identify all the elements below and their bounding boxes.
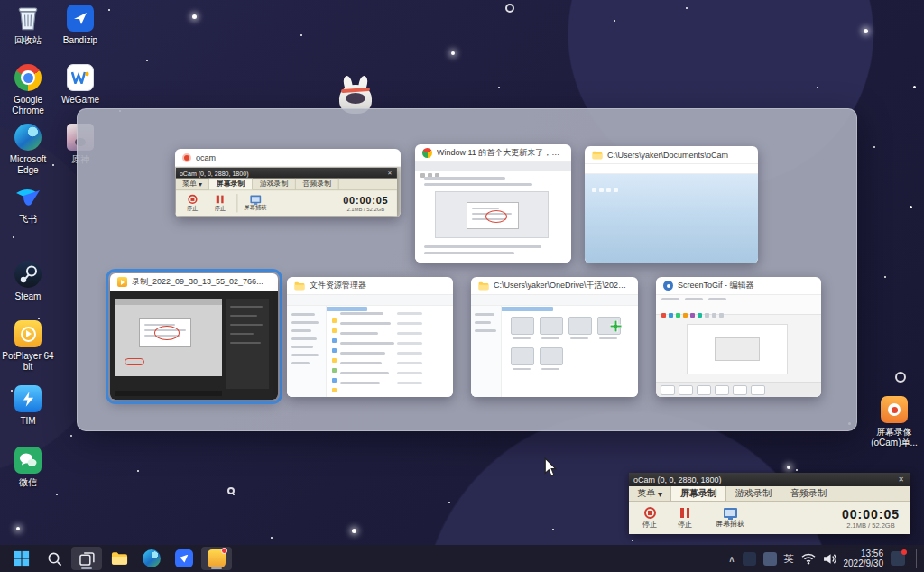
thumbnail-title: 文件资源管理器 — [310, 280, 366, 291]
edge-icon — [14, 123, 42, 152]
close-button[interactable]: ✕ — [896, 475, 906, 484]
ocam-app-icon — [182, 153, 191, 162]
search-button[interactable] — [39, 547, 69, 570]
record-size: 2.1MB / 52.2GB — [343, 206, 388, 212]
thumbnail-preview — [287, 295, 453, 397]
taskview-thumbnail-recording[interactable]: 录制_2022_09_30_13_55_02_766... — [110, 273, 278, 400]
wifi-icon[interactable] — [801, 553, 816, 565]
wechat-icon — [14, 446, 42, 475]
tray-app-icon[interactable] — [743, 552, 756, 566]
tray-time: 13:56 — [844, 549, 884, 558]
pause-icon — [679, 507, 691, 519]
desktop-icon-label: 屏幕录像 (oCam)单... — [868, 427, 920, 448]
tray-chevron-icon[interactable]: ∧ — [728, 554, 735, 564]
ime-indicator[interactable]: 英 — [784, 552, 794, 566]
desktop-icon-label: WeGame — [61, 95, 99, 106]
thumbnail-header: Window 11 的首个大更新来了，可... — [415, 144, 571, 162]
record-timer: 00:00:05 — [842, 507, 900, 521]
steam-icon — [14, 260, 42, 289]
thumbnail-preview — [471, 295, 638, 397]
monitor-icon — [724, 508, 737, 518]
desktop-icon-tim[interactable]: TIM — [2, 384, 54, 427]
thumbnail-preview — [656, 295, 821, 397]
desktop-icon-label: Google Chrome — [2, 95, 54, 116]
system-tray: ∧ 英 13:56 2022/9/30 — [728, 549, 924, 568]
volume-icon[interactable] — [823, 553, 836, 565]
edge-button[interactable] — [136, 547, 167, 570]
stop-button: 停止 — [181, 194, 203, 212]
ocam-taskbar-button[interactable] — [201, 547, 232, 570]
desktop-icon-label: Bandizip — [63, 35, 97, 46]
recycle-bin-icon — [14, 4, 42, 32]
thumbnail-header: 文件资源管理器 — [287, 277, 453, 295]
feishu-button[interactable] — [169, 547, 199, 570]
desktop-icon-chrome[interactable]: Google Chrome — [2, 63, 54, 116]
desktop-icon-potplayer[interactable]: PotPlayer 64 bit — [2, 319, 54, 373]
taskbar: ∧ 英 13:56 2022/9/30 — [0, 545, 924, 572]
tray-date: 2022/9/30 — [844, 558, 884, 568]
desktop-icon-recycle-bin[interactable]: 回收站 — [2, 4, 54, 46]
recording-indicator — [221, 548, 227, 554]
taskview-thumbnail-file-explorer[interactable]: 文件资源管理器 — [287, 277, 453, 397]
task-view-panel: ocam oCam (0, 0, 2880, 1800)✕ 菜单▾ 屏幕录制 游… — [77, 108, 857, 431]
thumbnail-title: C:\Users\yaker\OneDrive\干活\2022-0... — [494, 280, 631, 291]
thumbnail-title: ocam — [196, 153, 216, 162]
record-timer: 00:00:05 — [343, 194, 388, 206]
taskview-thumbnail-ocam[interactable]: ocam oCam (0, 0, 2880, 1800)✕ 菜单▾ 屏幕录制 游… — [175, 149, 401, 217]
taskview-thumbnail-onedrive-folder[interactable]: C:\Users\yaker\OneDrive\干活\2022-0... — [471, 277, 638, 397]
thumbnail-header: 录制_2022_09_30_13_55_02_766... — [110, 273, 278, 291]
tab-audio-record: 音频录制 — [296, 179, 339, 190]
ocam-menu-button[interactable]: 菜单▾ — [629, 486, 671, 501]
desktop-icon-edge[interactable]: Microsoft Edge — [2, 123, 54, 176]
desktop-icon-bandizip[interactable]: Bandizip — [54, 4, 106, 46]
chrome-icon — [14, 63, 42, 92]
desktop-icon-wechat[interactable]: 微信 — [2, 446, 54, 488]
desktop-icon-steam[interactable]: Steam — [2, 260, 54, 302]
thumbnail-header: C:\Users\yaker\Documents\oCam — [585, 146, 758, 164]
notification-icon[interactable] — [891, 551, 905, 566]
feishu-icon — [175, 549, 193, 567]
tim-icon — [14, 384, 42, 413]
desktop-icon-wegame[interactable]: WeGame — [54, 63, 106, 106]
desktop-icon-label: Steam — [15, 291, 42, 302]
stop-button[interactable]: 停止 — [636, 507, 663, 530]
taskview-thumbnail-documents-ocam[interactable]: C:\Users\yaker\Documents\oCam — [585, 146, 758, 263]
task-view-icon — [79, 551, 95, 567]
tab-game-record[interactable]: 游戏录制 — [726, 486, 781, 501]
taskview-thumbnail-browser[interactable]: Window 11 的首个大更新来了，可... — [415, 144, 571, 263]
stop-icon — [188, 194, 197, 203]
tray-app-icon[interactable] — [763, 552, 777, 566]
start-button[interactable] — [6, 547, 37, 570]
taskview-thumbnail-screentogif[interactable]: ScreenToGif - 编辑器 — [656, 277, 821, 397]
thumbnail-preview: oCam (0, 0, 2880, 1800)✕ 菜单▾ 屏幕录制 游戏录制 音… — [175, 167, 401, 217]
thumbnail-title: ScreenToGif - 编辑器 — [678, 280, 754, 291]
show-desktop-button[interactable] — [916, 549, 919, 568]
media-file-icon — [117, 277, 127, 287]
screen-capture-button[interactable]: 屏幕捕获 — [716, 508, 744, 529]
thumbnail-preview — [585, 164, 758, 263]
desktop-icon-label: TIM — [20, 416, 35, 427]
ocam-window[interactable]: oCam (0, 0, 2880, 1800) ✕ 菜单▾ 屏幕录制 游戏录制 … — [629, 473, 910, 534]
screentogif-icon — [663, 281, 673, 291]
thumbnail-preview — [415, 162, 571, 263]
task-view-button[interactable] — [71, 547, 102, 570]
taskbar-clock[interactable]: 13:56 2022/9/30 — [844, 549, 884, 568]
pause-button[interactable]: 停止 — [671, 507, 698, 530]
tab-screen-record[interactable]: 屏幕录制 — [671, 486, 726, 501]
desktop-icon-label: Microsoft Edge — [2, 154, 54, 176]
ocam-title: oCam (0, 0, 2880, 1800) — [180, 170, 249, 177]
ocam-icon — [208, 549, 226, 567]
ocam-title: oCam (0, 0, 2880, 1800) — [633, 475, 722, 484]
potplayer-icon — [14, 319, 42, 348]
wegame-icon — [66, 63, 95, 92]
chrome-icon — [422, 148, 432, 158]
ocam-titlebar[interactable]: oCam (0, 0, 2880, 1800) ✕ — [629, 473, 910, 486]
desktop-icon-label: 飞书 — [19, 214, 37, 225]
desktop-icon-feishu[interactable]: 飞书 — [2, 182, 54, 225]
stop-icon — [644, 507, 656, 519]
file-explorer-button[interactable] — [104, 547, 134, 570]
green-plus-cursor — [610, 320, 622, 332]
tab-audio-record[interactable]: 音频录制 — [781, 486, 836, 501]
desktop-icon-ocam-shortcut[interactable]: 屏幕录像 (oCam)单... — [868, 395, 920, 448]
feishu-icon — [14, 182, 42, 211]
